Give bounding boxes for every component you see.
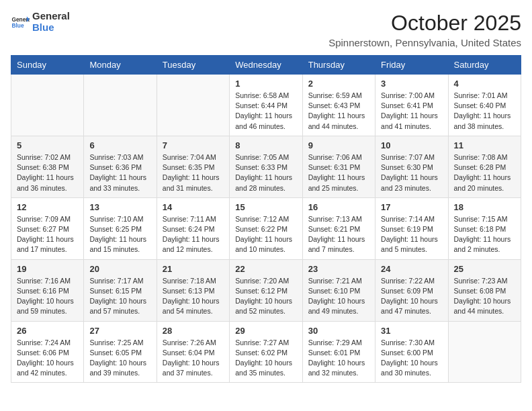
calendar-cell: 28 Sunrise: 7:26 AM Sunset: 6:04 PM Dayl… xyxy=(157,321,229,383)
day-number: 2 xyxy=(308,79,369,89)
day-info: Sunrise: 7:08 AM Sunset: 6:28 PM Dayligh… xyxy=(454,152,515,193)
calendar-cell: 9 Sunrise: 7:06 AM Sunset: 6:31 PM Dayli… xyxy=(302,136,375,197)
page-container: General Blue General Blue October 2025 S… xyxy=(11,11,521,383)
day-number: 29 xyxy=(235,326,296,336)
day-number: 4 xyxy=(454,79,515,89)
calendar-cell: 19 Sunrise: 7:16 AM Sunset: 6:16 PM Dayl… xyxy=(11,259,84,321)
calendar-cell: 20 Sunrise: 7:17 AM Sunset: 6:15 PM Dayl… xyxy=(84,259,157,321)
calendar-cell: 10 Sunrise: 7:07 AM Sunset: 6:30 PM Dayl… xyxy=(375,136,448,197)
calendar-cell: 16 Sunrise: 7:13 AM Sunset: 6:21 PM Dayl… xyxy=(302,197,375,259)
calendar-cell: 12 Sunrise: 7:09 AM Sunset: 6:27 PM Dayl… xyxy=(11,197,84,259)
day-info: Sunrise: 7:02 AM Sunset: 6:38 PM Dayligh… xyxy=(17,152,78,193)
day-info: Sunrise: 7:13 AM Sunset: 6:21 PM Dayligh… xyxy=(308,214,369,255)
calendar-week-3: 12 Sunrise: 7:09 AM Sunset: 6:27 PM Dayl… xyxy=(11,197,521,259)
calendar-cell: 23 Sunrise: 7:21 AM Sunset: 6:10 PM Dayl… xyxy=(302,259,375,321)
day-number: 5 xyxy=(17,140,78,150)
col-saturday: Saturday xyxy=(448,56,521,75)
day-info: Sunrise: 7:15 AM Sunset: 6:18 PM Dayligh… xyxy=(454,214,515,255)
calendar-cell: 18 Sunrise: 7:15 AM Sunset: 6:18 PM Dayl… xyxy=(448,197,521,259)
day-info: Sunrise: 7:14 AM Sunset: 6:19 PM Dayligh… xyxy=(381,214,442,255)
day-number: 15 xyxy=(235,202,296,212)
day-info: Sunrise: 6:59 AM Sunset: 6:43 PM Dayligh… xyxy=(308,91,369,132)
day-info: Sunrise: 7:01 AM Sunset: 6:40 PM Dayligh… xyxy=(454,91,515,132)
calendar-week-5: 26 Sunrise: 7:24 AM Sunset: 6:06 PM Dayl… xyxy=(11,321,521,383)
calendar-cell: 13 Sunrise: 7:10 AM Sunset: 6:25 PM Dayl… xyxy=(84,197,157,259)
calendar-week-2: 5 Sunrise: 7:02 AM Sunset: 6:38 PM Dayli… xyxy=(11,136,521,197)
title-section: October 2025 Spinnerstown, Pennsylvania,… xyxy=(328,11,521,48)
day-info: Sunrise: 7:24 AM Sunset: 6:06 PM Dayligh… xyxy=(17,338,78,379)
day-number: 16 xyxy=(308,202,369,212)
calendar-cell: 14 Sunrise: 7:11 AM Sunset: 6:24 PM Dayl… xyxy=(157,197,229,259)
calendar-cell: 3 Sunrise: 7:00 AM Sunset: 6:41 PM Dayli… xyxy=(375,75,448,136)
col-sunday: Sunday xyxy=(11,56,84,75)
col-monday: Monday xyxy=(84,56,157,75)
day-info: Sunrise: 6:58 AM Sunset: 6:44 PM Dayligh… xyxy=(235,91,296,132)
month-title: October 2025 xyxy=(328,11,521,36)
calendar-cell: 6 Sunrise: 7:03 AM Sunset: 6:36 PM Dayli… xyxy=(84,136,157,197)
day-info: Sunrise: 7:25 AM Sunset: 6:05 PM Dayligh… xyxy=(89,338,150,379)
day-number: 18 xyxy=(454,202,515,212)
calendar-cell: 30 Sunrise: 7:29 AM Sunset: 6:01 PM Dayl… xyxy=(302,321,375,383)
day-info: Sunrise: 7:03 AM Sunset: 6:36 PM Dayligh… xyxy=(89,152,150,193)
day-number: 3 xyxy=(381,79,442,89)
day-number: 17 xyxy=(381,202,442,212)
calendar-cell: 2 Sunrise: 6:59 AM Sunset: 6:43 PM Dayli… xyxy=(302,75,375,136)
calendar-cell: 29 Sunrise: 7:27 AM Sunset: 6:02 PM Dayl… xyxy=(230,321,302,383)
day-info: Sunrise: 7:06 AM Sunset: 6:31 PM Dayligh… xyxy=(308,152,369,193)
calendar-cell: 5 Sunrise: 7:02 AM Sunset: 6:38 PM Dayli… xyxy=(11,136,84,197)
day-info: Sunrise: 7:05 AM Sunset: 6:33 PM Dayligh… xyxy=(235,152,296,193)
day-info: Sunrise: 7:07 AM Sunset: 6:30 PM Dayligh… xyxy=(381,152,442,193)
calendar-cell: 15 Sunrise: 7:12 AM Sunset: 6:22 PM Dayl… xyxy=(230,197,302,259)
day-info: Sunrise: 7:30 AM Sunset: 6:00 PM Dayligh… xyxy=(381,338,442,379)
day-number: 9 xyxy=(308,140,369,150)
day-info: Sunrise: 7:29 AM Sunset: 6:01 PM Dayligh… xyxy=(308,338,369,379)
day-info: Sunrise: 7:23 AM Sunset: 6:08 PM Dayligh… xyxy=(454,276,515,317)
calendar-cell: 24 Sunrise: 7:22 AM Sunset: 6:09 PM Dayl… xyxy=(375,259,448,321)
calendar-cell xyxy=(11,75,84,136)
calendar-cell: 26 Sunrise: 7:24 AM Sunset: 6:06 PM Dayl… xyxy=(11,321,84,383)
day-info: Sunrise: 7:04 AM Sunset: 6:35 PM Dayligh… xyxy=(163,152,224,193)
day-number: 24 xyxy=(381,264,442,274)
calendar-table: Sunday Monday Tuesday Wednesday Thursday… xyxy=(11,55,521,383)
day-info: Sunrise: 7:11 AM Sunset: 6:24 PM Dayligh… xyxy=(163,214,224,255)
day-number: 22 xyxy=(235,264,296,274)
calendar-cell xyxy=(448,321,521,383)
logo-wordmark: General Blue xyxy=(32,11,70,33)
day-number: 31 xyxy=(381,326,442,336)
day-info: Sunrise: 7:22 AM Sunset: 6:09 PM Dayligh… xyxy=(381,276,442,317)
calendar-cell: 11 Sunrise: 7:08 AM Sunset: 6:28 PM Dayl… xyxy=(448,136,521,197)
day-number: 27 xyxy=(89,326,150,336)
day-number: 14 xyxy=(163,202,224,212)
day-number: 25 xyxy=(454,264,515,274)
day-number: 6 xyxy=(89,140,150,150)
calendar-cell: 17 Sunrise: 7:14 AM Sunset: 6:19 PM Dayl… xyxy=(375,197,448,259)
calendar-week-1: 1 Sunrise: 6:58 AM Sunset: 6:44 PM Dayli… xyxy=(11,75,521,136)
logo: General Blue General Blue xyxy=(11,11,70,33)
calendar-cell xyxy=(84,75,157,136)
calendar-cell xyxy=(157,75,229,136)
day-number: 26 xyxy=(17,326,78,336)
col-thursday: Thursday xyxy=(302,56,375,75)
day-number: 30 xyxy=(308,326,369,336)
calendar-cell: 27 Sunrise: 7:25 AM Sunset: 6:05 PM Dayl… xyxy=(84,321,157,383)
day-info: Sunrise: 7:00 AM Sunset: 6:41 PM Dayligh… xyxy=(381,91,442,132)
calendar-cell: 25 Sunrise: 7:23 AM Sunset: 6:08 PM Dayl… xyxy=(448,259,521,321)
day-number: 13 xyxy=(89,202,150,212)
day-info: Sunrise: 7:27 AM Sunset: 6:02 PM Dayligh… xyxy=(235,338,296,379)
col-friday: Friday xyxy=(375,56,448,75)
day-info: Sunrise: 7:12 AM Sunset: 6:22 PM Dayligh… xyxy=(235,214,296,255)
day-info: Sunrise: 7:16 AM Sunset: 6:16 PM Dayligh… xyxy=(17,276,78,317)
day-number: 10 xyxy=(381,140,442,150)
logo-general: General xyxy=(32,11,70,22)
location-title: Spinnerstown, Pennsylvania, United State… xyxy=(328,37,521,48)
day-info: Sunrise: 7:26 AM Sunset: 6:04 PM Dayligh… xyxy=(163,338,224,379)
day-number: 11 xyxy=(454,140,515,150)
day-number: 7 xyxy=(163,140,224,150)
svg-text:Blue: Blue xyxy=(11,22,24,29)
logo-icon: General Blue xyxy=(11,13,30,32)
day-info: Sunrise: 7:17 AM Sunset: 6:15 PM Dayligh… xyxy=(89,276,150,317)
day-info: Sunrise: 7:10 AM Sunset: 6:25 PM Dayligh… xyxy=(89,214,150,255)
logo-blue: Blue xyxy=(32,22,70,34)
header: General Blue General Blue October 2025 S… xyxy=(11,11,521,48)
day-info: Sunrise: 7:18 AM Sunset: 6:13 PM Dayligh… xyxy=(163,276,224,317)
